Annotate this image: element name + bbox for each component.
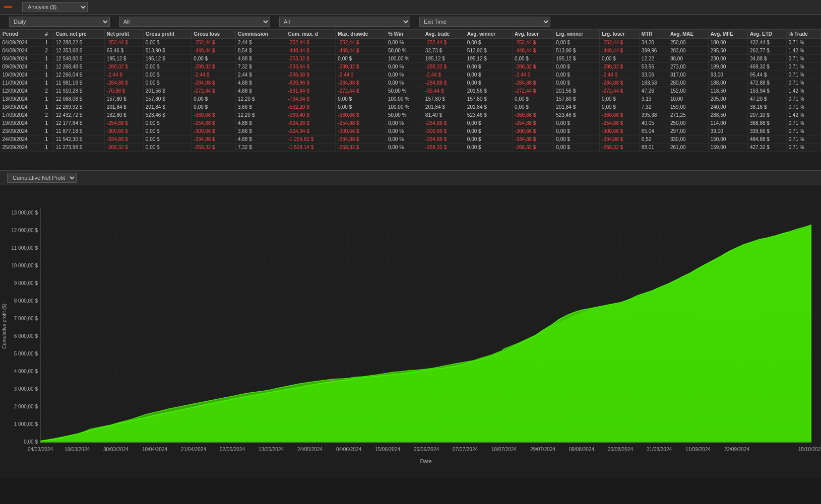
table-cell: -284,88 $ xyxy=(192,79,236,87)
table-cell: 0,00 $ xyxy=(554,71,600,79)
table-cell: 523,46 $ xyxy=(143,111,192,119)
table-cell: 523,46 $ xyxy=(465,111,512,119)
table-cell: -360,66 $ xyxy=(336,111,386,119)
table-cell: -254,88 $ xyxy=(513,119,554,127)
table-cell: 0,00 % xyxy=(386,79,423,87)
period-select[interactable]: Daily Weekly Monthly xyxy=(9,17,110,27)
table-cell: -268,32 $ xyxy=(192,143,236,152)
table-cell: 513,90 $ xyxy=(143,47,192,55)
svg-text:10 000,00 $: 10 000,00 $ xyxy=(11,263,38,268)
data-table: Period # Cum. net prc Net profit Gross p… xyxy=(0,29,821,152)
table-cell: 1,42 % xyxy=(786,87,820,95)
timebase-select[interactable]: Exit Time Entry Time xyxy=(419,17,550,27)
table-cell: 12 266,04 $ xyxy=(53,71,104,79)
table-cell: -536,08 $ xyxy=(286,71,336,79)
table-cell: 0,00 $ xyxy=(143,39,192,47)
table-cell: -252,44 $ xyxy=(336,39,386,47)
svg-text:15/10/2024: 15/10/2024 xyxy=(798,447,821,452)
table-cell: 195,12 $ xyxy=(554,55,600,63)
table-cell: -533,64 $ xyxy=(286,63,336,71)
table-cell: 0,00 $ xyxy=(554,119,600,127)
table-cell: -272,44 $ xyxy=(600,87,640,95)
table-cell: 100,00 % xyxy=(386,103,423,111)
table-cell: 513,90 $ xyxy=(465,47,512,55)
table-cell: 1,42 % xyxy=(786,47,820,55)
graph-type-select[interactable]: Cumulative Net Profit Net Profit Drawdow… xyxy=(7,173,77,183)
table-cell: 152,00 xyxy=(668,87,708,95)
table-cell: 195,12 $ xyxy=(104,55,143,63)
table-cell: -532,20 $ xyxy=(286,103,336,111)
table-cell: -252,44 $ xyxy=(600,39,640,47)
table-cell: 0,71 % xyxy=(786,135,820,143)
table-cell: 205,00 xyxy=(708,95,747,103)
table-cell: -280,32 $ xyxy=(513,63,554,71)
wl-select[interactable]: All Winners Losers xyxy=(279,17,410,27)
table-cell: 472,88 $ xyxy=(747,79,786,87)
table-cell: -300,66 $ xyxy=(513,127,554,135)
table-container[interactable]: Period # Cum. net prc Net profit Gross p… xyxy=(0,29,821,170)
longshort-select[interactable]: All Long Short xyxy=(119,17,270,27)
table-cell: 0,00 $ xyxy=(465,127,512,135)
table-cell: 0,00 $ xyxy=(336,55,386,63)
table-cell: 150,00 xyxy=(708,135,747,143)
table-cell: 11/09/2024 xyxy=(1,79,43,87)
table-cell: 399,96 xyxy=(639,47,668,55)
table-cell: 261,00 xyxy=(668,143,708,152)
col-gross-profit: Gross profit xyxy=(143,30,192,39)
table-cell: 12 269,92 $ xyxy=(53,103,104,111)
table-cell: 195,12 $ xyxy=(143,55,192,63)
table-cell: 2 xyxy=(43,111,53,119)
table-cell: 38,16 $ xyxy=(747,103,786,111)
table-cell: 0,00 $ xyxy=(143,71,192,79)
svg-text:09/08/2024: 09/08/2024 xyxy=(569,447,594,452)
table-cell: 250,00 xyxy=(668,119,708,127)
table-cell: 4,88 $ xyxy=(235,135,286,143)
table-cell: 201,84 $ xyxy=(465,103,512,111)
svg-text:10/04/2024: 10/04/2024 xyxy=(142,447,167,452)
table-cell: 81,40 $ xyxy=(423,111,465,119)
table-cell: 19/09/2024 xyxy=(1,119,43,127)
table-cell: 11 981,16 $ xyxy=(53,79,104,87)
table-cell: 1 xyxy=(43,55,53,63)
table-cell: 195,12 $ xyxy=(465,55,512,63)
table-cell: -254,88 $ xyxy=(104,119,143,127)
col-pct-trade: % Trade xyxy=(786,30,820,39)
table-cell: 88,01 xyxy=(639,143,668,152)
table-cell: 339,66 $ xyxy=(747,127,786,135)
svg-text:19/03/2024: 19/03/2024 xyxy=(65,447,90,452)
table-cell: 2,44 $ xyxy=(235,39,286,47)
table-cell: 180,00 xyxy=(708,39,747,47)
svg-text:6 000,00 $: 6 000,00 $ xyxy=(14,333,38,339)
table-cell: -448,44 $ xyxy=(286,47,336,55)
table-cell: 4,88 $ xyxy=(235,87,286,95)
table-cell: 201,56 $ xyxy=(554,87,600,95)
table-cell: 2 xyxy=(43,47,53,55)
table-cell: -268,32 $ xyxy=(513,143,554,152)
table-cell: 25/09/2024 xyxy=(1,143,43,152)
table-cell: 0,00 $ xyxy=(513,103,554,111)
svg-text:2 000,00 $: 2 000,00 $ xyxy=(14,404,38,409)
table-cell: 0,00 $ xyxy=(143,143,192,152)
table-row: 17/09/2024212 432,72 $162,80 $523,46 $-3… xyxy=(1,111,821,119)
table-cell: 0,71 % xyxy=(786,79,820,87)
svg-text:07/07/2024: 07/07/2024 xyxy=(453,447,478,452)
table-cell: 0,00 $ xyxy=(143,135,192,143)
table-cell: -254,88 $ xyxy=(192,119,236,127)
col-lrg-winner: Lrg. winner xyxy=(554,30,600,39)
table-cell: 201,84 $ xyxy=(104,103,143,111)
table-cell: 0,00 % xyxy=(386,39,423,47)
table-cell: 201,56 $ xyxy=(143,87,192,95)
table-row: 10/09/2024112 266,04 $-2,44 $0,00 $-2,44… xyxy=(1,71,821,79)
table-cell: 23/09/2024 xyxy=(1,127,43,135)
filters-bar: Daily Weekly Monthly All Long Short All … xyxy=(0,15,821,29)
table-cell: -280,32 $ xyxy=(600,63,640,71)
table-row: 06/09/2024112 548,80 $195,12 $195,12 $0,… xyxy=(1,55,821,63)
table-cell: 157,80 $ xyxy=(465,95,512,103)
table-cell: 65,04 xyxy=(639,127,668,135)
table-cell: 100,00 % xyxy=(386,55,423,63)
table-cell: 0,00 $ xyxy=(465,71,512,79)
table-cell: 1 xyxy=(43,71,53,79)
table-cell: 0,00 $ xyxy=(600,103,640,111)
display-select[interactable]: Analysis ($) Analysis (%) Summary xyxy=(22,2,88,12)
table-cell: 12 268,48 $ xyxy=(53,63,104,71)
